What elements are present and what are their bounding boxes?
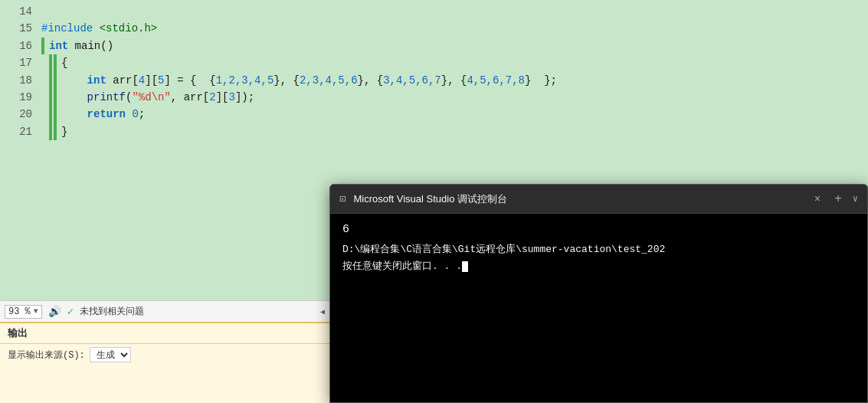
line-num-17: 17 <box>0 54 32 71</box>
terminal-path: D:\编程合集\C语言合集\Git远程仓库\summer-vacation\te… <box>342 242 855 256</box>
line-num-16: 16 <box>0 38 32 54</box>
collapse-bar-18b <box>54 72 57 89</box>
terminal-prompt: 按任意键关闭此窗口. . . <box>342 259 855 273</box>
line-num-21: 21 <box>0 123 32 140</box>
line-num-19: 19 <box>0 89 32 106</box>
num-4: 4 <box>139 72 145 89</box>
zoom-value: 93 % <box>8 306 31 317</box>
output-source-row: 显示输出来源(S): 生成 <box>0 344 329 365</box>
arr-decl: arr[ <box>106 72 139 89</box>
output-title: 输出 <box>8 328 28 339</box>
terminal-app-icon: ⊡ <box>339 192 346 205</box>
arr-vals-3: 3,4,5,6,7 <box>383 72 441 89</box>
code-line-18: int arr[ 4 ][ 5 ] = { { 1,2,3,4,5 }, { 2… <box>41 72 868 89</box>
arr-vals-2: 2,3,4,5,6 <box>300 72 358 89</box>
collapse-bar-21 <box>49 123 52 140</box>
open-brace: { <box>61 54 67 71</box>
status-icon: ✓ <box>67 305 74 318</box>
status-text: 未找到相关问题 <box>80 305 144 318</box>
format-string: "%d\n" <box>132 89 170 106</box>
collapse-bar-20 <box>49 106 52 123</box>
close-brace: } <box>61 123 67 140</box>
output-source-label: 显示输出来源(S): <box>8 349 85 362</box>
output-source-select[interactable]: 生成 <box>90 347 131 362</box>
code-line-17: { <box>41 54 868 71</box>
preprocessor-keyword: #include <box>41 20 100 37</box>
line-numbers: 14 15 16 17 18 19 20 21 <box>0 0 38 322</box>
zoom-dropdown-arrow[interactable]: ▼ <box>34 307 38 316</box>
terminal-cursor <box>462 261 468 272</box>
code-line-19: printf ( "%d\n" , arr[ 2 ][ 3 ]); <box>41 89 868 106</box>
keyword-int-18: int <box>87 72 106 89</box>
collapse-bar-17 <box>49 54 52 71</box>
terminal-body[interactable]: 6 D:\编程合集\C语言合集\Git远程仓库\summer-vacation\… <box>330 214 867 402</box>
output-header: 输出 <box>0 323 329 344</box>
printf-func: printf <box>87 89 126 106</box>
arr-vals-1: 1,2,3,4,5 <box>216 72 274 89</box>
code-line-14 <box>41 3 868 20</box>
header-file: <stdio.h> <box>100 20 158 37</box>
keyword-int: int <box>49 38 68 54</box>
status-bar: 93 % ▼ 🔊 ✓ 未找到相关问题 ◀ <box>0 300 329 322</box>
line-num-15: 15 <box>0 20 32 37</box>
collapse-bar-21b <box>54 123 57 140</box>
collapse-bar-18 <box>49 72 52 89</box>
zero: 0 <box>132 106 138 123</box>
line-num-14: 14 <box>0 3 32 20</box>
idx-3: 3 <box>229 89 235 106</box>
terminal-close-button[interactable]: × <box>814 193 821 205</box>
code-line-15: #include <stdio.h> <box>41 20 868 37</box>
keyword-return: return <box>87 106 126 123</box>
num-5: 5 <box>158 72 164 89</box>
main-func: main() <box>68 38 113 54</box>
terminal-add-button[interactable]: + <box>834 192 842 206</box>
terminal-chevron-button[interactable]: ∨ <box>853 193 858 205</box>
ear-icon: 🔊 <box>48 305 61 318</box>
terminal-titlebar: ⊡ Microsoft Visual Studio 调试控制台 × + ∨ <box>330 185 867 214</box>
collapse-bar-20b <box>54 106 57 123</box>
output-panel: 输出 显示输出来源(S): 生成 <box>0 322 329 403</box>
idx-2: 2 <box>209 89 215 106</box>
code-line-20: return 0 ; <box>41 106 868 123</box>
terminal-output-number: 6 <box>342 223 855 236</box>
arrow-btn[interactable]: ◀ <box>320 307 325 316</box>
code-indent-18 <box>61 72 87 89</box>
terminal-window: ⊡ Microsoft Visual Studio 调试控制台 × + ∨ 6 … <box>329 184 868 403</box>
code-line-21: } <box>41 123 868 140</box>
collapse-bar-17b <box>54 54 57 71</box>
collapse-bar-19b <box>54 89 57 106</box>
zoom-control[interactable]: 93 % ▼ <box>5 305 42 319</box>
line-num-18: 18 <box>0 72 32 89</box>
collapse-indicator <box>41 38 44 54</box>
arr-vals-4: 4,5,6,7,8 <box>467 72 525 89</box>
line-num-20: 20 <box>0 106 32 123</box>
code-line-16: int main() <box>41 38 868 54</box>
terminal-title: Microsoft Visual Studio 调试控制台 <box>353 192 806 206</box>
collapse-bar-19 <box>49 89 52 106</box>
